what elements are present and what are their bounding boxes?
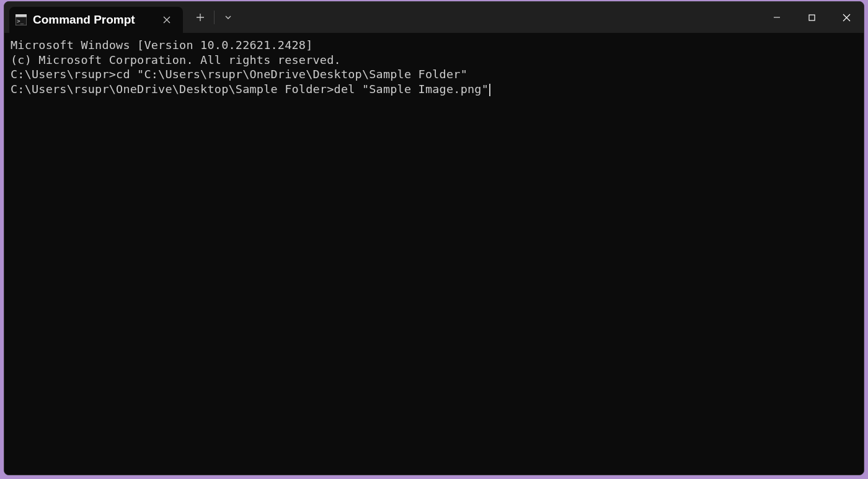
tab-dropdown-button[interactable]: [217, 6, 239, 29]
tab-strip: >_ Command Prompt: [4, 2, 183, 33]
new-tab-area: [183, 2, 239, 33]
window-controls: [760, 2, 864, 33]
svg-rect-3: [809, 15, 815, 20]
maximize-button[interactable]: [794, 2, 829, 33]
terminal-line: C:\Users\rsupr>cd "C:\Users\rsupr\OneDri…: [11, 67, 857, 82]
minimize-button[interactable]: [760, 2, 794, 33]
text-cursor: [489, 84, 490, 96]
tab-command-prompt[interactable]: >_ Command Prompt: [9, 7, 183, 33]
terminal-output[interactable]: Microsoft Windows [Version 10.0.22621.24…: [4, 33, 864, 475]
terminal-line: C:\Users\rsupr\OneDrive\Desktop\Sample F…: [11, 82, 857, 97]
terminal-window: >_ Command Prompt: [4, 1, 864, 475]
tab-title: Command Prompt: [33, 13, 153, 27]
terminal-line: (c) Microsoft Corporation. All rights re…: [11, 53, 857, 68]
divider: [214, 11, 215, 24]
titlebar[interactable]: >_ Command Prompt: [4, 2, 864, 33]
terminal-line: Microsoft Windows [Version 10.0.22621.24…: [11, 38, 857, 53]
close-button[interactable]: [829, 2, 864, 33]
titlebar-drag-region[interactable]: [239, 2, 760, 33]
cmd-icon: >_: [16, 14, 27, 25]
tab-close-button[interactable]: [159, 12, 174, 27]
svg-rect-1: [16, 14, 27, 17]
new-tab-button[interactable]: [189, 6, 211, 29]
svg-text:>_: >_: [17, 18, 24, 24]
